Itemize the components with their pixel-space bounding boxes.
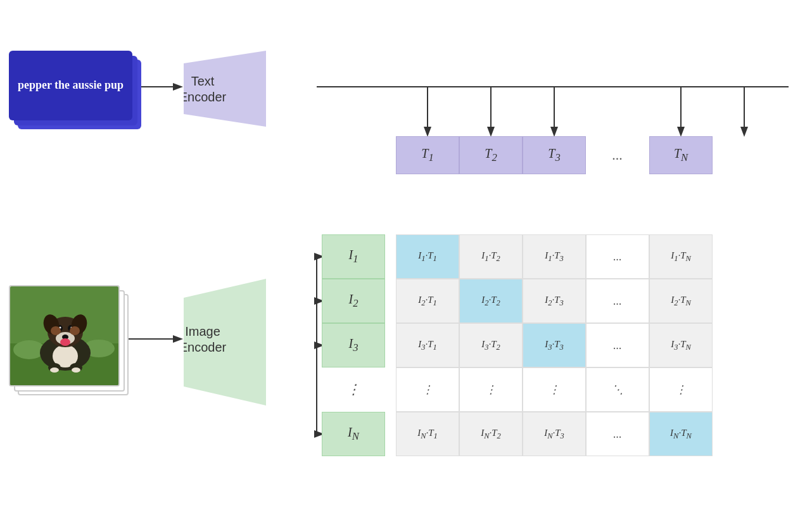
svg-point-33 — [70, 326, 80, 335]
image-encoder-shape: Image Encoder — [184, 279, 317, 405]
cell-d-2: ⋮ — [459, 367, 523, 412]
cell-d-n: ⋮ — [649, 367, 713, 412]
cell-1-n: I1·TN — [649, 234, 713, 279]
token-header-row: T1 T2 T3 ... TN — [396, 136, 713, 174]
cell-2-n: I2·TN — [649, 279, 713, 323]
cell-3-2: I3·T2 — [459, 323, 523, 367]
cell-d-1: ⋮ — [396, 367, 459, 412]
cell-1-1: I1·T1 — [396, 234, 459, 279]
svg-text:Encoder: Encoder — [184, 90, 227, 104]
text-encoder-shape: Text Encoder — [184, 51, 317, 127]
cell-3-n: I3·TN — [649, 323, 713, 367]
cell-n-n: IN·TN — [649, 412, 713, 456]
text-card-front: pepper the aussie pup — [9, 51, 132, 120]
svg-point-38 — [72, 367, 80, 373]
svg-marker-13 — [184, 51, 266, 127]
cell-1-3: I1·T3 — [523, 234, 586, 279]
matrix-row-1: I1·T1 I1·T2 I1·T3 ... I1·TN — [396, 234, 713, 279]
cell-n-dots: ... — [586, 412, 649, 456]
i-cell-1: I1 — [322, 234, 385, 279]
token-cell-t3: T3 — [523, 136, 586, 174]
i-vector-column: I1 I2 I3 ⋮ IN — [322, 234, 385, 456]
token-cell-tn: TN — [649, 136, 713, 174]
cell-n-3: IN·T3 — [523, 412, 586, 456]
dog-image — [10, 286, 120, 386]
cell-2-2: I2·T2 — [459, 279, 523, 323]
svg-point-37 — [50, 367, 59, 373]
cell-2-3: I2·T3 — [523, 279, 586, 323]
svg-point-32 — [51, 326, 61, 335]
cell-1-dots: ... — [586, 234, 649, 279]
image-encoder: Image Encoder — [184, 279, 317, 408]
text-input-cards: pepper the aussie pup — [9, 51, 145, 133]
cell-n-2: IN·T2 — [459, 412, 523, 456]
matrix-row-2: I2·T1 I2·T2 I2·T3 ... I2·TN — [396, 279, 713, 323]
i-cell-2: I2 — [322, 279, 385, 323]
cell-d-dots: ⋱ — [586, 367, 649, 412]
similarity-matrix: I1·T1 I1·T2 I1·T3 ... I1·TN I2·T1 I2·T2 — [396, 234, 713, 456]
svg-text:Text: Text — [191, 74, 215, 88]
matrix-row-3: I3·T1 I3·T2 I3·T3 ... I3·TN — [396, 323, 713, 367]
svg-point-34 — [60, 338, 70, 346]
i-cell-dots: ⋮ — [322, 367, 385, 412]
token-cell-t1: T1 — [396, 136, 459, 174]
i-cell-n: IN — [322, 412, 385, 456]
image-card-front — [9, 285, 120, 386]
cell-2-dots: ... — [586, 279, 649, 323]
svg-text:Encoder: Encoder — [184, 340, 227, 354]
cell-3-1: I3·T1 — [396, 323, 459, 367]
cell-3-3: I3·T3 — [523, 323, 586, 367]
text-encoder: Text Encoder — [184, 51, 317, 129]
cell-2-1: I2·T1 — [396, 279, 459, 323]
text-input-label: pepper the aussie pup — [18, 77, 124, 93]
cell-d-3: ⋮ — [523, 367, 586, 412]
matrix-row-n: IN·T1 IN·T2 IN·T3 ... IN·TN — [396, 412, 713, 456]
diagram: pepper the aussie pup Text Encoder T1 T2… — [0, 0, 812, 517]
matrix-row-dots: ⋮ ⋮ ⋮ ⋱ ⋮ — [396, 367, 713, 412]
cell-n-1: IN·T1 — [396, 412, 459, 456]
image-input-cards — [9, 285, 136, 399]
svg-point-18 — [13, 340, 45, 359]
cell-1-2: I1·T2 — [459, 234, 523, 279]
token-cell-dots: ... — [586, 136, 649, 174]
i-cell-3: I3 — [322, 323, 385, 367]
cell-3-dots: ... — [586, 323, 649, 367]
token-cell-t2: T2 — [459, 136, 523, 174]
svg-text:Image: Image — [185, 324, 220, 338]
